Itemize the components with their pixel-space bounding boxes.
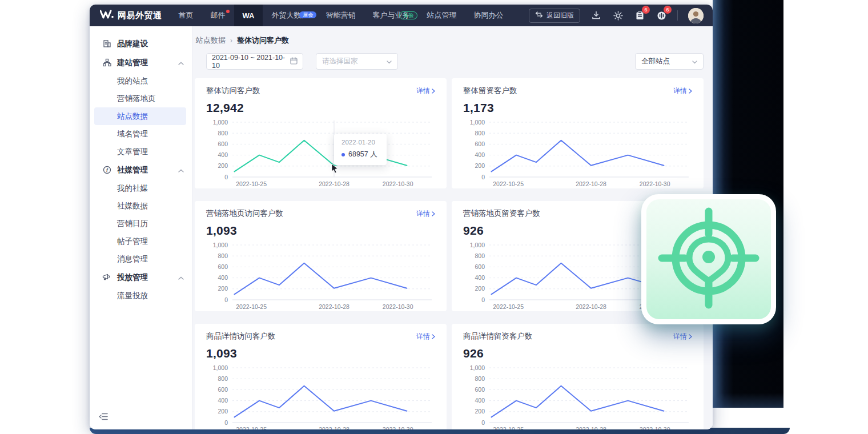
nav-item-trade-bigdata[interactable]: 外贸大数据展会 — [263, 5, 317, 26]
sidebar-item-label: 帖子管理 — [117, 236, 148, 247]
card-header: 商品详情访问客户数详情 — [206, 331, 435, 341]
detail-link[interactable]: 详情 — [416, 332, 435, 341]
sidebar-item-post-management[interactable]: 帖子管理 — [94, 232, 186, 250]
svg-text:2022-10-28: 2022-10-28 — [576, 180, 606, 187]
chevron-right-icon — [432, 211, 435, 216]
svg-text:2022-10-25: 2022-10-25 — [493, 303, 524, 310]
sidebar-group-brand-building[interactable]: 品牌建设 — [90, 34, 192, 53]
svg-text:2022-10-28: 2022-10-28 — [319, 426, 349, 429]
svg-text:0: 0 — [224, 174, 228, 180]
svg-text:800: 800 — [218, 252, 228, 259]
sidebar-item-marketing-calendar[interactable]: 营销日历 — [94, 215, 186, 232]
nav-item-label: 客户与业务体验 — [372, 10, 409, 21]
country-select[interactable]: 请选择国家 — [316, 53, 398, 70]
social-circle-icon: f — [102, 166, 111, 175]
dashboard-cards: 整体访问客户数详情12,9421,00080060040020002022-10… — [195, 78, 704, 429]
svg-text:2022-10-30: 2022-10-30 — [383, 303, 413, 310]
sidebar-item-label: 域名管理 — [117, 129, 148, 139]
clipboard-count-badge: 6 — [642, 6, 650, 14]
svg-text:0: 0 — [481, 174, 485, 180]
back-to-old-version-button[interactable]: 返回旧版 — [529, 9, 580, 23]
card-header: 营销落地页访问客户数详情 — [206, 208, 435, 219]
nav-item-site-management[interactable]: 站点管理 — [418, 5, 465, 26]
svg-text:400: 400 — [475, 274, 485, 281]
nav-badge: 体验 — [399, 11, 417, 19]
tooltip-value: 68957 人 — [348, 150, 377, 159]
svg-text:600: 600 — [218, 386, 228, 393]
sidebar-item-marketing-landing[interactable]: 营销落地页 — [94, 90, 186, 107]
svg-text:1,000: 1,000 — [213, 242, 228, 248]
svg-text:2022-10-30: 2022-10-30 — [640, 426, 670, 429]
sidebar-item-site-data[interactable]: 站点数据 — [94, 107, 186, 125]
navbar-divider — [677, 10, 678, 21]
svg-text:2022-10-30: 2022-10-30 — [383, 180, 413, 187]
detail-link[interactable]: 详情 — [673, 332, 692, 341]
nav-item-collaboration[interactable]: 协同办公 — [465, 5, 512, 26]
sidebar-item-social-data[interactable]: 社媒数据 — [94, 197, 186, 215]
target-pin-icon — [657, 207, 760, 312]
svg-text:600: 600 — [475, 263, 485, 270]
target-promo-card[interactable] — [641, 194, 776, 324]
sidebar: 品牌建设建站管理我的站点营销落地页站点数据域名管理文章管理f社媒管理我的社媒社媒… — [90, 26, 192, 429]
svg-text:600: 600 — [218, 140, 228, 147]
sidebar-group-label: 品牌建设 — [117, 39, 148, 49]
svg-text:2022-10-28: 2022-10-28 — [576, 303, 606, 310]
line-chart[interactable]: 1,00080060040020002022-10-252022-10-2820… — [206, 117, 435, 189]
card-title: 整体访问客户数 — [206, 86, 260, 96]
app-logo[interactable]: 网易外贸通 — [90, 5, 170, 26]
sidebar-item-domain-management[interactable]: 域名管理 — [94, 125, 186, 143]
detail-link[interactable]: 详情 — [416, 86, 435, 96]
card-title: 营销落地页留资客户数 — [463, 208, 540, 219]
sidebar-item-label: 文章管理 — [117, 147, 148, 157]
sidebar-group-social-media[interactable]: f社媒管理 — [90, 160, 192, 179]
detail-link[interactable]: 详情 — [673, 86, 692, 96]
nav-item-smart-marketing[interactable]: 智能营销 — [317, 5, 364, 26]
nav-badge: 展会 — [299, 11, 316, 18]
nav-items: 首页邮件WA外贸大数据展会智能营销客户与业务体验站点管理协同办公 — [170, 5, 512, 26]
nav-item-wa[interactable]: WA — [234, 5, 263, 26]
sidebar-group-ad-management[interactable]: 投放管理 — [90, 268, 192, 287]
nav-item-home[interactable]: 首页 — [170, 5, 202, 26]
series-dot — [341, 153, 345, 156]
settings-gear-icon[interactable] — [612, 10, 624, 21]
svg-text:200: 200 — [475, 285, 485, 292]
chevron-up-icon — [178, 58, 184, 67]
sidebar-item-my-social[interactable]: 我的社媒 — [94, 179, 186, 197]
download-icon[interactable] — [590, 10, 602, 21]
tooltip-date: 2022-01-20 — [341, 139, 379, 146]
sidebar-item-article-management[interactable]: 文章管理 — [94, 143, 186, 160]
nav-item-label: 邮件 — [211, 10, 226, 21]
sidebar-item-label: 流量投放 — [117, 291, 148, 301]
date-range-value: 2021-09-10 ~ 2021-10-10 — [212, 54, 290, 70]
date-range-input[interactable]: 2021-09-10 ~ 2021-10-10 — [206, 53, 303, 70]
collapse-sidebar-icon[interactable] — [99, 412, 108, 423]
nav-item-customer-business[interactable]: 客户与业务体验 — [364, 5, 418, 26]
announcement-icon[interactable]: 6 — [656, 10, 667, 21]
site-select[interactable]: 全部站点 — [635, 53, 704, 70]
sidebar-item-message-management[interactable]: 消息管理 — [94, 250, 186, 268]
svg-text:200: 200 — [475, 162, 485, 169]
line-chart[interactable]: 1,00080060040020002022-10-252022-10-2820… — [206, 363, 435, 429]
nav-item-mail[interactable]: 邮件 — [202, 5, 234, 26]
nav-item-label: 首页 — [179, 10, 194, 21]
svg-text:800: 800 — [218, 375, 228, 382]
sidebar-item-my-sites[interactable]: 我的站点 — [94, 72, 186, 90]
sidebar-group-site-building[interactable]: 建站管理 — [90, 53, 192, 72]
chevron-right-icon — [432, 89, 435, 94]
line-chart[interactable]: 1,00080060040020002022-10-252022-10-2820… — [206, 240, 435, 312]
sidebar-item-traffic-ads[interactable]: 流量投放 — [94, 287, 186, 304]
line-chart[interactable]: 1,00080060040020002022-10-252022-10-2820… — [463, 363, 692, 429]
user-avatar[interactable] — [688, 8, 704, 23]
chart-card-landing-visits: 营销落地页访问客户数详情1,0931,00080060040020002022-… — [195, 201, 447, 311]
top-navbar: 网易外贸通 首页邮件WA外贸大数据展会智能营销客户与业务体验站点管理协同办公 返… — [90, 5, 713, 26]
sidebar-item-label: 我的社媒 — [117, 183, 148, 194]
detail-link[interactable]: 详情 — [416, 209, 435, 219]
svg-text:200: 200 — [218, 408, 228, 415]
line-chart[interactable]: 1,00080060040020002022-10-252022-10-2820… — [463, 117, 692, 189]
chart-card-overall-visits: 整体访问客户数详情12,9421,00080060040020002022-10… — [195, 78, 447, 188]
svg-text:2022-10-28: 2022-10-28 — [319, 180, 349, 187]
nav-item-label: WA — [243, 11, 255, 20]
svg-text:400: 400 — [218, 274, 228, 281]
tasks-clipboard-icon[interactable]: 6 — [634, 10, 645, 21]
breadcrumb-parent[interactable]: 站点数据 — [196, 35, 226, 46]
